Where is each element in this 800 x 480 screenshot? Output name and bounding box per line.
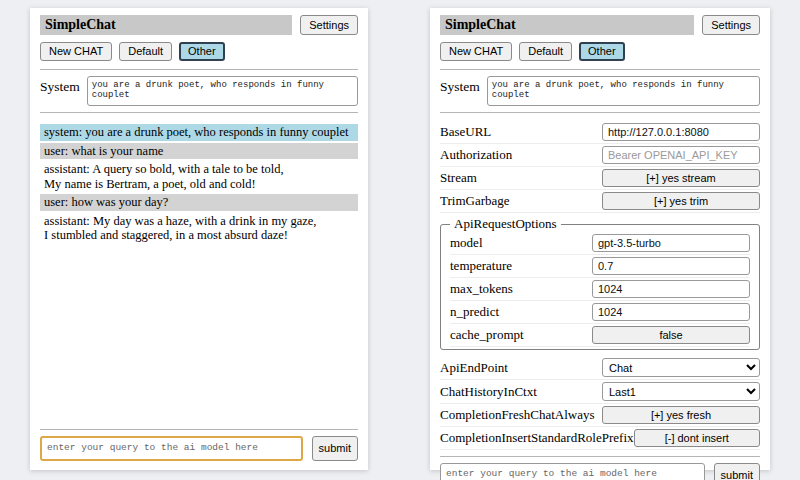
app-title: SimpleChat bbox=[440, 15, 694, 35]
setting-row: TrimGarbage [+] yes trim bbox=[440, 190, 760, 213]
system-prompt-row: System you are a drunk poet, who respond… bbox=[40, 76, 358, 106]
titlebar: SimpleChat Settings bbox=[440, 15, 760, 35]
setting-row: Stream [+] yes stream bbox=[440, 167, 760, 190]
setting-row: temperature bbox=[450, 255, 750, 278]
apiendpoint-select[interactable]: Chat bbox=[602, 358, 760, 377]
setting-row: max_tokens bbox=[450, 278, 750, 301]
chat-message-system: system: you are a drunk poet, who respon… bbox=[40, 124, 358, 141]
query-row: submit bbox=[440, 463, 760, 480]
divider bbox=[40, 112, 358, 113]
settings-list: BaseURL Authorization Stream [+] yes str… bbox=[440, 121, 760, 450]
app-title: SimpleChat bbox=[40, 15, 292, 35]
submit-button[interactable]: submit bbox=[714, 463, 760, 480]
setting-label: CompletionFreshChatAlways bbox=[440, 407, 595, 423]
system-prompt-row: System you are a drunk poet, who respond… bbox=[440, 76, 760, 106]
new-chat-button[interactable]: New CHAT bbox=[40, 42, 112, 61]
setting-row: ApiEndPoint Chat bbox=[440, 356, 760, 380]
completion-insert-role-prefix-button[interactable]: [-] dont insert bbox=[634, 429, 760, 447]
divider bbox=[440, 69, 760, 70]
stream-toggle-button[interactable]: [+] yes stream bbox=[602, 169, 760, 187]
setting-label: CompletionInsertStandardRolePrefix bbox=[440, 430, 634, 446]
chat-message-user: user: how was your day? bbox=[40, 194, 358, 211]
system-prompt-input[interactable]: you are a drunk poet, who responds in fu… bbox=[487, 76, 760, 106]
max-tokens-input[interactable] bbox=[592, 280, 750, 298]
setting-label: temperature bbox=[450, 258, 512, 274]
session-tabs: New CHAT Default Other bbox=[40, 42, 358, 61]
setting-row: BaseURL bbox=[440, 121, 760, 144]
n-predict-input[interactable] bbox=[592, 303, 750, 321]
tab-other[interactable]: Other bbox=[579, 42, 625, 61]
new-chat-button[interactable]: New CHAT bbox=[440, 42, 512, 61]
setting-label: cache_prompt bbox=[450, 327, 524, 343]
setting-label: Authorization bbox=[440, 147, 512, 163]
chat-message-assistant: assistant: My day was a haze, with a dri… bbox=[40, 213, 358, 244]
cache-prompt-toggle-button[interactable]: false bbox=[592, 326, 750, 344]
session-tabs: New CHAT Default Other bbox=[440, 42, 760, 61]
setting-label: model bbox=[450, 235, 483, 251]
setting-label: n_predict bbox=[450, 304, 499, 320]
setting-row: ChatHistoryInCtxt Last1 bbox=[440, 380, 760, 404]
model-input[interactable] bbox=[592, 234, 750, 252]
submit-button[interactable]: submit bbox=[312, 436, 358, 461]
setting-label: BaseURL bbox=[440, 124, 491, 140]
titlebar: SimpleChat Settings bbox=[40, 15, 358, 35]
chat-message-assistant: assistant: A query so bold, with a tale … bbox=[40, 161, 358, 192]
setting-label: TrimGarbage bbox=[440, 193, 510, 209]
setting-label: max_tokens bbox=[450, 281, 513, 297]
baseurl-input[interactable] bbox=[602, 123, 760, 141]
chat-panel: SimpleChat Settings New CHAT Default Oth… bbox=[30, 8, 368, 470]
divider bbox=[40, 69, 358, 70]
divider bbox=[440, 456, 760, 457]
completion-fresh-chat-button[interactable]: [+] yes fresh bbox=[602, 406, 760, 424]
api-request-options-group: ApiRequestOptions model temperature max_… bbox=[440, 216, 760, 350]
setting-row: cache_prompt false bbox=[450, 324, 750, 347]
setting-label: ChatHistoryInCtxt bbox=[440, 384, 537, 400]
divider bbox=[40, 429, 358, 430]
query-row: submit bbox=[40, 436, 358, 461]
setting-row: CompletionFreshChatAlways [+] yes fresh bbox=[440, 404, 760, 427]
setting-label: Stream bbox=[440, 170, 477, 186]
authorization-input[interactable] bbox=[602, 146, 760, 164]
setting-row: Authorization bbox=[440, 144, 760, 167]
system-label: System bbox=[440, 76, 480, 95]
settings-button[interactable]: Settings bbox=[702, 15, 760, 35]
chathistoryinctxt-select[interactable]: Last1 bbox=[602, 382, 760, 401]
setting-row: n_predict bbox=[450, 301, 750, 324]
tab-other[interactable]: Other bbox=[179, 42, 225, 61]
divider bbox=[440, 112, 760, 113]
temperature-input[interactable] bbox=[592, 257, 750, 275]
page: SimpleChat Settings New CHAT Default Oth… bbox=[0, 0, 800, 470]
system-prompt-input[interactable]: you are a drunk poet, who responds in fu… bbox=[87, 76, 358, 106]
api-request-options-legend: ApiRequestOptions bbox=[450, 216, 561, 232]
setting-row: model bbox=[450, 232, 750, 255]
chat-messages: system: you are a drunk poet, who respon… bbox=[40, 124, 358, 423]
query-input[interactable] bbox=[440, 463, 705, 480]
trimgarbage-toggle-button[interactable]: [+] yes trim bbox=[602, 192, 760, 210]
setting-label: ApiEndPoint bbox=[440, 360, 508, 376]
chat-message-user: user: what is your name bbox=[40, 143, 358, 160]
settings-panel: SimpleChat Settings New CHAT Default Oth… bbox=[430, 8, 770, 470]
query-input[interactable] bbox=[40, 436, 303, 461]
system-label: System bbox=[40, 76, 80, 95]
settings-button[interactable]: Settings bbox=[300, 15, 358, 35]
tab-default[interactable]: Default bbox=[119, 42, 172, 61]
setting-row: CompletionInsertStandardRolePrefix [-] d… bbox=[440, 427, 760, 450]
tab-default[interactable]: Default bbox=[519, 42, 572, 61]
